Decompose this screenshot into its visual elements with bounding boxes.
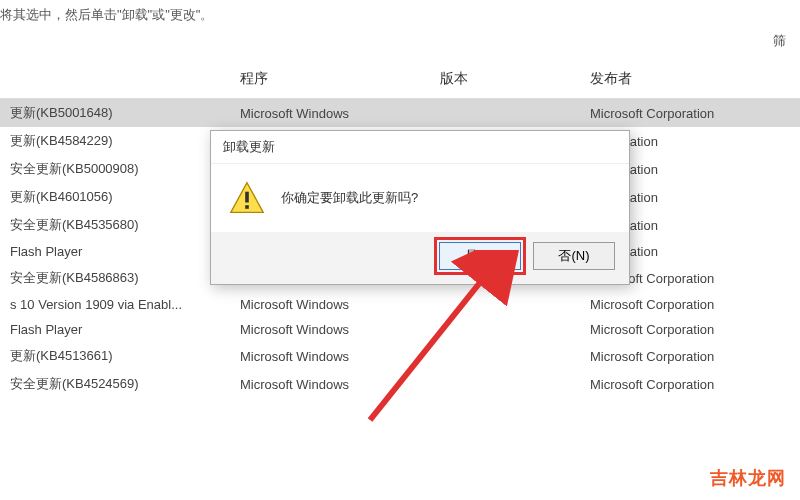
instruction-text: 将其选中，然后单击"卸载"或"更改"。 [0,0,800,28]
table-header-row: 程序 版本 发布者 [0,62,800,99]
cell-version [430,370,580,398]
cell-program: Microsoft Windows [230,342,430,370]
cell-name: Flash Player [0,317,230,342]
cell-program: Microsoft Windows [230,317,430,342]
cell-publisher: Microsoft Corporation [580,342,800,370]
col-header-version[interactable]: 版本 [430,62,580,99]
cell-program: Microsoft Windows [230,370,430,398]
dialog-button-bar: 是(Y) 否(N) [211,232,629,284]
table-row[interactable]: 更新(KB4513661) Microsoft Windows Microsof… [0,342,800,370]
svg-rect-2 [245,205,249,209]
svg-rect-1 [245,192,249,203]
dialog-title: 卸载更新 [211,131,629,164]
cell-name: s 10 Version 1909 via Enabl... [0,292,230,317]
cell-name: Flash Player [0,239,230,264]
table-row[interactable]: Flash Player Microsoft Windows Microsoft… [0,317,800,342]
cell-name: 更新(KB4601056) [0,183,230,211]
watermark-text: 吉林龙网 [710,466,786,490]
col-header-publisher[interactable]: 发布者 [580,62,800,99]
filter-label-partial: 筛 [0,28,800,54]
table-row[interactable]: 更新(KB5001648) Microsoft Windows Microsof… [0,99,800,128]
cell-name: 安全更新(KB5000908) [0,155,230,183]
cell-program: Microsoft Windows [230,99,430,128]
table-row[interactable]: 安全更新(KB4524569) Microsoft Windows Micros… [0,370,800,398]
cell-publisher: Microsoft Corporation [580,370,800,398]
cell-name: 安全更新(KB4535680) [0,211,230,239]
col-header-program[interactable]: 程序 [230,62,430,99]
no-button[interactable]: 否(N) [533,242,615,270]
warning-icon [229,180,265,216]
cell-version [430,317,580,342]
cell-name: 更新(KB4584229) [0,127,230,155]
yes-button[interactable]: 是(Y) [439,242,521,270]
cell-publisher: Microsoft Corporation [580,99,800,128]
cell-name: 更新(KB4513661) [0,342,230,370]
cell-version [430,99,580,128]
cell-name: 安全更新(KB4524569) [0,370,230,398]
confirm-dialog: 卸载更新 你确定要卸载此更新吗? 是(Y) 否(N) [210,130,630,285]
cell-name: 安全更新(KB4586863) [0,264,230,292]
dialog-body: 你确定要卸载此更新吗? [211,164,629,224]
cell-version [430,342,580,370]
cell-program: Microsoft Windows [230,292,430,317]
col-header-name[interactable] [0,62,230,99]
table-row[interactable]: s 10 Version 1909 via Enabl... Microsoft… [0,292,800,317]
cell-name: 更新(KB5001648) [0,99,230,128]
dialog-message: 你确定要卸载此更新吗? [281,189,418,207]
cell-publisher: Microsoft Corporation [580,292,800,317]
cell-version [430,292,580,317]
cell-publisher: Microsoft Corporation [580,317,800,342]
